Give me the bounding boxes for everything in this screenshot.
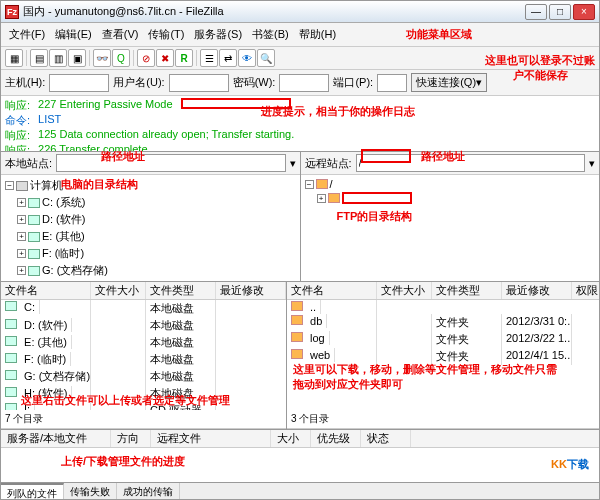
disconnect-icon[interactable]: ✖: [156, 49, 174, 67]
toggle-log-icon[interactable]: ▤: [30, 49, 48, 67]
user-input[interactable]: [169, 74, 229, 92]
remote-list[interactable]: .. db文件夹2012/3/31 0:... log文件夹2012/3/22 …: [287, 300, 600, 410]
annotation-remote-tree: FTP的目录结构: [337, 209, 413, 224]
menu-help[interactable]: 帮助(H): [295, 25, 340, 44]
maximize-button[interactable]: □: [549, 4, 571, 20]
annotation-queue: 上传/下载管理文件的进度: [61, 454, 185, 469]
titlebar: Fz 国内 - yumanutong@ns6.7lit.cn - FileZil…: [1, 1, 599, 23]
minimize-button[interactable]: —: [525, 4, 547, 20]
app-icon: Fz: [5, 5, 19, 19]
pass-input[interactable]: [279, 74, 329, 92]
cancel-icon[interactable]: ⊘: [137, 49, 155, 67]
sitemanager-icon[interactable]: ▦: [5, 49, 23, 67]
tab-success[interactable]: 成功的传输: [117, 483, 180, 500]
annotation-menu-area: 功能菜单区域: [402, 25, 476, 44]
menu-transfer[interactable]: 传输(T): [144, 25, 188, 44]
annotation-progress: 进度提示，相当于你的操作日志: [261, 104, 415, 119]
local-list-panel: 文件名文件大小文件类型最近修改 C:本地磁盘 D: (软件)本地磁盘 E: (其…: [1, 282, 287, 429]
local-path-label: 本地站点:: [5, 156, 52, 171]
queue-header: 服务器/本地文件 方向 远程文件 大小 优先级 状态: [1, 430, 599, 448]
annotation-local-tree: 电脑的目录结构: [61, 177, 138, 192]
menubar: 文件(F) 编辑(E) 查看(V) 传输(T) 服务器(S) 书签(B) 帮助(…: [1, 23, 599, 47]
annotation-path-remote: 路径地址: [421, 149, 465, 164]
annotation-path-local: 路径地址: [101, 149, 145, 164]
toggle-tree-icon[interactable]: ▥: [49, 49, 67, 67]
menu-file[interactable]: 文件(F): [5, 25, 49, 44]
compare-icon[interactable]: ⇄: [219, 49, 237, 67]
local-status: 7 个目录: [1, 410, 286, 429]
menu-server[interactable]: 服务器(S): [190, 25, 246, 44]
user-label: 用户名(U):: [113, 75, 164, 90]
local-list-header: 文件名文件大小文件类型最近修改: [1, 282, 286, 300]
remote-list-panel: 文件名文件大小文件类型最近修改权限 .. db文件夹2012/3/31 0:..…: [287, 282, 600, 429]
pass-label: 密码(W):: [233, 75, 276, 90]
filter-icon[interactable]: ☰: [200, 49, 218, 67]
menu-view[interactable]: 查看(V): [98, 25, 143, 44]
annotation-local-list: 这里右击文件可以上传或者选定等文件管理: [21, 393, 241, 408]
annotation-remote-list: 这里可以下载，移动，删除等文件管理，移动文件只需拖动到对应文件夹即可: [293, 362, 563, 393]
local-tree-panel: 本地站点: ▾ 路径地址 −计算机 电脑的目录结构 +C: (系统) +D: (…: [1, 152, 301, 281]
dropdown-icon[interactable]: ▾: [290, 157, 296, 170]
binoculars-icon[interactable]: 👓: [93, 49, 111, 67]
window-title: 国内 - yumanutong@ns6.7lit.cn - FileZilla: [23, 4, 525, 19]
port-input[interactable]: [377, 74, 407, 92]
close-button[interactable]: ×: [573, 4, 595, 20]
menu-bookmark[interactable]: 书签(B): [248, 25, 293, 44]
dropdown-icon[interactable]: ▾: [589, 157, 595, 170]
host-label: 主机(H):: [5, 75, 45, 90]
host-input[interactable]: [49, 74, 109, 92]
local-list[interactable]: C:本地磁盘 D: (软件)本地磁盘 E: (其他)本地磁盘 F: (临时)本地…: [1, 300, 286, 410]
tab-queued[interactable]: 列队的文件: [1, 483, 64, 500]
remote-status: 3 个目录: [287, 410, 600, 429]
quickconnect-button[interactable]: 快速连接(Q) ▾: [411, 73, 487, 92]
remote-path-label: 远程站点:: [305, 156, 352, 171]
annotation-login: 这里也可以登录不过账户不能保存: [485, 53, 595, 83]
remote-list-header: 文件名文件大小文件类型最近修改权限: [287, 282, 600, 300]
sync-icon[interactable]: 👁: [238, 49, 256, 67]
queue-tabs: 列队的文件 传输失败 成功的传输: [1, 482, 599, 500]
local-tree[interactable]: −计算机 电脑的目录结构 +C: (系统) +D: (软件) +E: (其他) …: [1, 175, 300, 281]
watermark: KKKK下载下载: [547, 456, 593, 473]
process-icon[interactable]: Q: [112, 49, 130, 67]
message-log: 响应:227 Entering Passive Mode 命令:LIST 响应:…: [1, 96, 599, 152]
tab-failed[interactable]: 传输失败: [64, 483, 117, 500]
transfer-queue: 服务器/本地文件 方向 远程文件 大小 优先级 状态 上传/下载管理文件的进度: [1, 430, 599, 482]
remote-tree-panel: 远程站点: ▾ 路径地址 −/ + FTP的目录结构: [301, 152, 600, 281]
local-path-input[interactable]: [56, 154, 285, 172]
remote-tree[interactable]: −/ + FTP的目录结构: [301, 175, 600, 281]
menu-edit[interactable]: 编辑(E): [51, 25, 96, 44]
toggle-queue-icon[interactable]: ▣: [68, 49, 86, 67]
find-icon[interactable]: 🔍: [257, 49, 275, 67]
port-label: 端口(P):: [333, 75, 373, 90]
reconnect-icon[interactable]: R: [175, 49, 193, 67]
